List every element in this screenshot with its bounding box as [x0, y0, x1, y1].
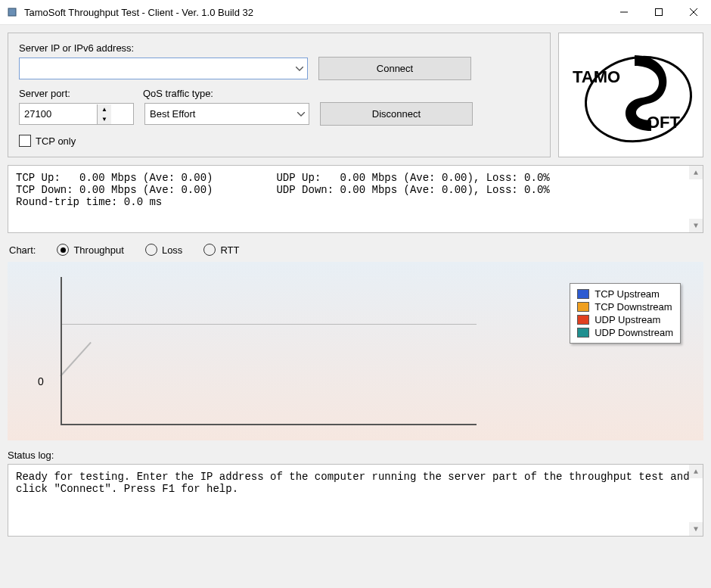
- chart-y-tick-0: 0: [38, 375, 44, 387]
- radio-icon: [145, 244, 157, 256]
- spin-up-button[interactable]: ▲: [98, 104, 111, 114]
- chart-label: Chart:: [9, 244, 36, 256]
- qos-combo[interactable]: [144, 103, 309, 125]
- chart-x-axis: [61, 424, 477, 425]
- legend-udp-downstream: UDP Downstream: [577, 326, 673, 339]
- legend-label: TCP Downstream: [595, 301, 672, 313]
- legend-swatch-icon: [577, 315, 589, 325]
- scroll-up-icon[interactable]: ▲: [689, 166, 703, 179]
- stats-tcp-down: TCP Down: 0.00 Mbps (Ave: 0.00): [16, 184, 213, 196]
- legend-udp-upstream: UDP Upstream: [577, 313, 673, 326]
- legend-swatch-icon: [577, 328, 589, 338]
- chart-gridline: [61, 324, 477, 325]
- legend-swatch-icon: [577, 289, 589, 299]
- tcp-only-checkbox[interactable]: TCP only: [19, 135, 76, 147]
- legend-tcp-downstream: TCP Downstream: [577, 300, 673, 313]
- server-ip-label: Server IP or IPv6 address:: [19, 42, 134, 54]
- maximize-button[interactable]: [641, 0, 676, 24]
- spin-down-button[interactable]: ▼: [98, 114, 111, 124]
- logo-panel: TAMO OFT: [558, 33, 703, 157]
- stats-udp-up: UDP Up: 0.00 Mbps (Ave: 0.00), Loss: 0.0…: [276, 172, 549, 184]
- app-icon: [6, 6, 18, 18]
- server-port-stepper[interactable]: ▲ ▼: [19, 103, 134, 125]
- server-ip-combo[interactable]: [19, 58, 308, 79]
- close-button[interactable]: [676, 0, 711, 24]
- legend-label: TCP Upstream: [595, 288, 660, 300]
- chart-selector: Chart: Throughput Loss RTT: [8, 244, 703, 256]
- svg-text:TAMO: TAMO: [573, 67, 620, 86]
- checkbox-icon: [19, 135, 31, 147]
- top-row: Server IP or IPv6 address: Connect Serve…: [8, 33, 703, 157]
- legend-swatch-icon: [577, 302, 589, 312]
- tcp-only-label: TCP only: [36, 135, 76, 147]
- legend-label: UDP Downstream: [595, 327, 673, 338]
- svg-rect-0: [8, 8, 16, 16]
- stats-udp-down: UDP Down: 0.00 Mbps (Ave: 0.00), Loss: 0…: [276, 184, 549, 196]
- svg-text:OFT: OFT: [647, 113, 681, 132]
- qos-label: QoS traffic type:: [143, 88, 306, 99]
- svg-rect-1: [656, 9, 663, 16]
- status-log[interactable]: Ready for testing. Enter the IP address …: [8, 464, 703, 537]
- minimize-button[interactable]: [607, 0, 641, 24]
- connection-panel: Server IP or IPv6 address: Connect Serve…: [8, 33, 551, 157]
- qos-input[interactable]: [145, 104, 293, 124]
- server-port-input[interactable]: [20, 108, 97, 120]
- radio-loss[interactable]: Loss: [145, 244, 182, 256]
- chart-legend: TCP Upstream TCP Downstream UDP Upstream…: [570, 283, 681, 344]
- radio-icon: [57, 244, 69, 256]
- chart-initial-line: [60, 342, 92, 377]
- status-text: Ready for testing. Enter the IP address …: [16, 471, 690, 495]
- legend-label: UDP Upstream: [595, 314, 660, 325]
- server-ip-input[interactable]: [20, 58, 291, 79]
- status-log-label: Status log:: [8, 450, 703, 461]
- stats-tcp-up: TCP Up: 0.00 Mbps (Ave: 0.00): [16, 172, 213, 184]
- radio-rtt[interactable]: RTT: [203, 244, 239, 256]
- chart-y-axis: [61, 277, 62, 425]
- spin-buttons: ▲ ▼: [97, 104, 111, 124]
- stats-rtt: Round-trip time: 0.0 ms: [16, 196, 162, 208]
- window-title: TamoSoft Throughput Test - Client - Ver.…: [24, 7, 607, 18]
- radio-throughput-label: Throughput: [73, 244, 124, 256]
- scrollbar[interactable]: ▲ ▼: [689, 166, 703, 232]
- chevron-down-icon[interactable]: [291, 67, 307, 71]
- radio-throughput[interactable]: Throughput: [57, 244, 124, 256]
- chart-area: 0 TCP Upstream TCP Downstream UDP Upstre…: [8, 262, 703, 440]
- tamosoft-logo-icon: TAMO OFT: [567, 39, 695, 152]
- scrollbar[interactable]: ▲ ▼: [689, 465, 703, 536]
- radio-rtt-label: RTT: [220, 244, 239, 256]
- radio-loss-label: Loss: [162, 244, 182, 256]
- disconnect-button[interactable]: Disconnect: [320, 102, 473, 126]
- radio-icon: [203, 244, 216, 256]
- window-buttons: [607, 0, 711, 24]
- legend-tcp-upstream: TCP Upstream: [577, 288, 673, 300]
- client-area: Server IP or IPv6 address: Connect Serve…: [0, 25, 711, 537]
- chevron-down-icon[interactable]: [293, 112, 309, 117]
- scroll-down-icon[interactable]: ▼: [689, 219, 703, 232]
- connect-button[interactable]: Connect: [318, 57, 471, 80]
- titlebar: TamoSoft Throughput Test - Client - Ver.…: [0, 0, 711, 25]
- scroll-up-icon[interactable]: ▲: [689, 465, 703, 478]
- scroll-down-icon[interactable]: ▼: [689, 522, 703, 536]
- stats-box: TCP Up: 0.00 Mbps (Ave: 0.00) UDP Up: 0.…: [8, 165, 703, 233]
- server-port-label: Server port:: [19, 88, 132, 99]
